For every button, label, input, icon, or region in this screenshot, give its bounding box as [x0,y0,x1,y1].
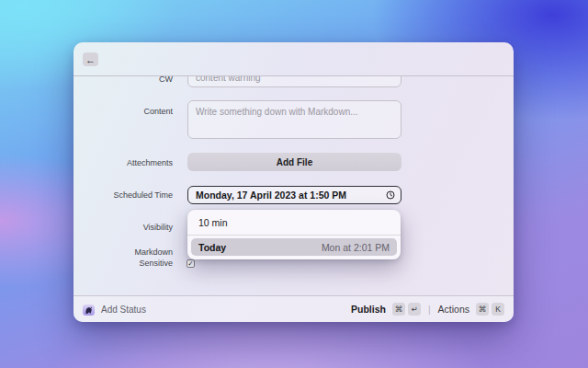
attachments-label: Attechments [74,158,173,167]
bottom-toolbar: Add Status Publish ⌘ ↵ | Actions ⌘ K [74,295,514,322]
cw-label: CW [74,76,173,84]
scheduled-time-field[interactable] [187,186,401,204]
command-key-icon: ⌘ [476,303,489,316]
add-status-button[interactable]: Add Status [101,305,146,315]
scheduled-time-label: Scheduled Time [74,190,173,200]
sensitive-label: Sensitive [74,259,173,268]
actions-button[interactable]: Actions [438,304,469,315]
shortcut-group-divider: | [428,305,431,315]
back-arrow-icon: ← [85,54,96,65]
cw-input[interactable] [187,76,401,87]
command-key-icon: ⌘ [392,303,405,316]
status-form: CW Content Attechments Add File Schedule… [74,76,514,295]
return-key-icon: ↵ [408,303,421,316]
content-textarea[interactable] [187,100,401,139]
add-file-button[interactable]: Add File [187,153,401,171]
suggestion-detail: Mon at 2:01 PM [322,242,390,253]
clock-icon [386,190,395,200]
publish-button[interactable]: Publish [351,304,386,315]
k-key-icon: K [492,303,504,316]
suggestion-title: Today [198,242,226,253]
markdown-label: Markdown [74,247,173,257]
scheduled-time-input[interactable] [188,190,386,201]
app-logo-icon [83,304,95,316]
back-button[interactable]: ← [83,52,98,66]
popover-divider [187,235,401,236]
checkmark-icon: ✓ [187,259,193,268]
suggestion-row-today[interactable]: Today Mon at 2:01 PM [191,238,397,256]
content-label: Content [74,107,173,116]
schedule-suggestion-popover: 10 min Today Mon at 2:01 PM [187,210,401,259]
sensitive-checkbox[interactable]: ✓ [187,259,195,268]
compose-status-window: ← CW Content Attechments Add File Schedu… [74,42,514,322]
visibility-label: Visibility [74,223,173,232]
schedule-query-input[interactable]: 10 min [187,210,401,235]
